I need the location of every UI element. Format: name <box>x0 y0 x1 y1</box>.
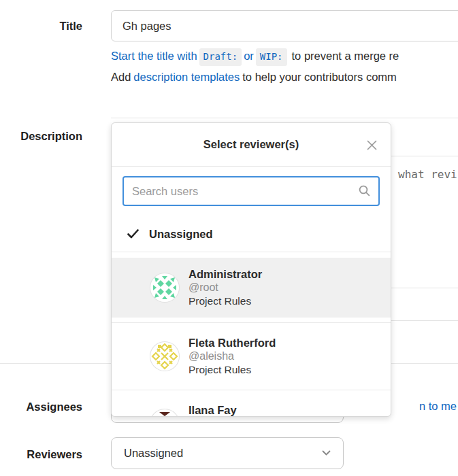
search-wrap <box>112 167 391 212</box>
reviewer-dropdown: Select reviewer(s) Unassigned <box>111 122 391 417</box>
title-label: Title <box>0 19 82 33</box>
user-username: @root <box>189 281 262 294</box>
avatar <box>150 409 180 417</box>
user-project: Project Rules <box>189 294 262 308</box>
avatar <box>150 273 180 303</box>
reviewers-label: Reviewers <box>0 447 82 462</box>
draft-hint-suffix: to prevent a merge re <box>292 50 399 62</box>
user-row-fleta-rutherford[interactable]: Fleta Rutherford @aleisha Project Rules <box>112 328 391 385</box>
title-input[interactable] <box>111 10 458 41</box>
assign-to-me-link-clip: Assign to me <box>419 400 457 414</box>
templates-hint-prefix: Add <box>111 71 131 83</box>
user-name: Ilana Fay <box>189 403 251 417</box>
user-row-administrator[interactable]: Administrator @root Project Rules <box>112 258 391 318</box>
avatar <box>150 341 180 371</box>
templates-hint: Adddescription templatesto help your con… <box>111 69 397 85</box>
dropdown-header: Select reviewer(s) <box>112 123 391 167</box>
assign-to-me-link[interactable]: Assign to me <box>419 400 457 413</box>
user-name: Fleta Rutherford <box>189 336 276 350</box>
user-name: Administrator <box>189 267 262 281</box>
description-label: Description <box>0 129 82 143</box>
draft-code-chip[interactable]: Draft: <box>199 48 242 66</box>
merge-request-form: Title Description Assignees Reviewers St… <box>0 0 458 476</box>
close-button[interactable] <box>365 138 378 152</box>
menu-divider <box>112 252 391 252</box>
draft-wip-link[interactable]: Start the title with <box>111 50 197 62</box>
draft-hint: Start the title withDraft:orWIP:to preve… <box>111 48 399 66</box>
menu-divider <box>112 322 391 323</box>
description-templates-link[interactable]: description templates <box>133 71 240 83</box>
chevron-down-icon <box>322 450 331 456</box>
wip-code-chip[interactable]: WIP: <box>256 48 287 66</box>
unassigned-option-label: Unassigned <box>149 226 213 241</box>
description-text-fragment: what revi <box>398 168 457 181</box>
dropdown-title: Select reviewer(s) <box>112 123 391 151</box>
assignees-label: Assignees <box>0 400 82 414</box>
close-icon <box>367 140 377 150</box>
user-project: Project Rules <box>189 363 276 377</box>
unassigned-option[interactable]: Unassigned <box>112 212 391 252</box>
search-icon <box>359 185 370 197</box>
reviewers-select-value: Unassigned <box>124 447 183 460</box>
check-icon <box>127 229 139 239</box>
user-username: @aleisha <box>189 350 276 363</box>
menu-divider <box>112 390 391 390</box>
templates-hint-suffix: to help your contributors comm <box>242 71 397 83</box>
reviewers-select[interactable]: Unassigned <box>111 437 344 469</box>
or-word[interactable]: or <box>244 50 254 62</box>
search-input[interactable] <box>122 176 380 206</box>
user-row-ilana-fay[interactable]: Ilana Fay @ilana.fay Project Rules <box>112 395 391 417</box>
